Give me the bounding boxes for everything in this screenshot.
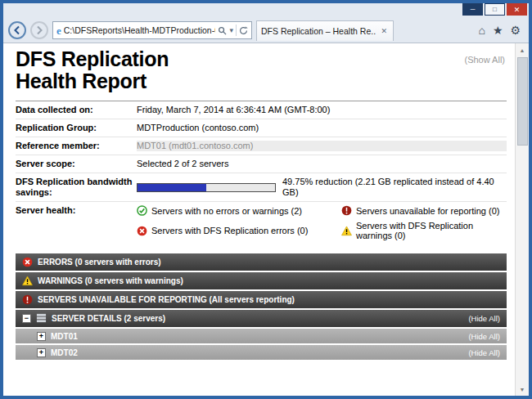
server-icon [36,313,47,324]
back-button[interactable] [8,21,26,39]
hide-all-link[interactable]: (Hide All) [468,348,500,357]
field-row-replication-group: Replication Group: MDTProduction (contos… [16,119,507,137]
warning-triangle-icon [341,226,352,236]
error-circle-icon [22,257,33,267]
check-circle-icon [137,205,147,216]
tools-icon[interactable]: ⚙ [510,25,521,36]
health-item-text: Servers with no errors or warnings (2) [151,206,302,216]
health-item-no-errors: Servers with no errors or warnings (2) [137,205,341,216]
warning-triangle-icon [22,276,33,286]
server-row-mdt01[interactable]: + MDT01 (Hide All) [16,329,507,343]
field-row-server-scope: Server scope: Selected 2 of 2 servers [16,155,507,173]
section-errors[interactable]: ERRORS (0 servers with errors) [16,253,507,271]
scroll-up-arrow[interactable]: ▲ [516,43,530,56]
address-bar[interactable]: e C:\DFSReports\Health-MDTProduction-07M… [52,21,252,39]
minimize-button[interactable]: ─ [462,3,483,16]
address-divider [236,25,237,36]
navigation-bar: e C:\DFSReports\Health-MDTProduction-07M… [3,18,529,43]
health-item-text: Servers with DFS Replication warnings (0… [356,221,507,240]
server-name: MDT02 [51,348,78,357]
report-sections: ERRORS (0 servers with errors) WARNINGS … [16,253,507,360]
report-page: DFS Replication Health Report (Show All)… [3,43,515,396]
maximize-button[interactable]: □ [485,3,505,16]
section-title: SERVER DETAILS (2 servers) [52,314,165,323]
expand-icon[interactable]: + [37,348,46,357]
health-item-errors: Servers with DFS Replication errors (0) [137,221,341,240]
bandwidth-value: 49.75% reduction (2.21 GB replicated ins… [137,177,507,198]
field-row-server-health: Server health: Servers with no errors or… [16,202,507,244]
unavailable-circle-icon [341,205,352,216]
page-title-line2: Health Report [16,70,507,92]
bandwidth-progress-fill [138,184,206,191]
back-arrow-icon [12,25,22,35]
collapse-icon[interactable]: − [22,314,31,323]
page-title: DFS Replication Health Report [16,48,507,92]
field-value: Selected 2 of 2 servers [137,159,507,169]
address-text: C:\DFSReports\Health-MDTProduction-07M [64,25,216,35]
ie-icon: e [56,25,61,36]
field-row-data-collected: Data collected on: Friday, March 7, 2014… [16,101,507,119]
section-title: WARNINGS (0 servers with warnings) [38,276,183,285]
show-all-link[interactable]: (Show All) [464,55,505,65]
unavailable-circle-icon [22,294,33,305]
home-icon[interactable]: ⌂ [478,25,485,36]
forward-arrow-icon [34,25,44,35]
health-item-warnings: Servers with DFS Replication warnings (0… [341,221,507,240]
bandwidth-progress-bar [137,183,276,192]
field-label: Server scope: [16,159,137,169]
address-dropdown-icon[interactable]: ▾ [229,26,233,34]
section-warnings[interactable]: WARNINGS (0 servers with warnings) [16,272,507,289]
field-label: Server health: [16,205,137,216]
hide-all-link[interactable]: (Hide All) [468,332,500,341]
bandwidth-text: 49.75% reduction (2.21 GB replicated ins… [282,177,507,198]
section-title: SERVERS UNAVAILABLE FOR REPORTING (All s… [38,295,295,304]
server-health-grid: Servers with no errors or warnings (2) S… [137,205,507,240]
error-circle-icon [137,226,147,236]
health-item-unavailable: Servers unavailable for reporting (0) [341,205,507,216]
section-server-details[interactable]: − SERVER DETAILS (2 servers) (Hide All) [16,310,507,327]
close-button[interactable]: ✕ [507,3,527,16]
vertical-scrollbar[interactable]: ▲ ▼ [515,43,529,396]
page-content: DFS Replication Health Report (Show All)… [3,43,529,396]
search-icon[interactable] [218,26,227,35]
field-row-reference-member: Reference member: MDT01 (mdt01.contoso.c… [16,137,507,155]
health-item-text: Servers with DFS Replication errors (0) [151,226,308,235]
titlebar: ─ □ ✕ [3,3,529,18]
health-item-text: Servers unavailable for reporting (0) [356,206,499,216]
scroll-down-arrow[interactable]: ▼ [516,383,530,396]
browser-tab[interactable]: DFS Replication – Health Re... ✕ [256,20,394,41]
forward-button[interactable] [30,21,48,39]
page-title-line1: DFS Replication [16,48,507,70]
section-unavailable[interactable]: SERVERS UNAVAILABLE FOR REPORTING (All s… [16,291,507,308]
report-header: DFS Replication Health Report (Show All) [16,48,507,92]
field-label: Data collected on: [16,105,137,115]
field-value: MDTProduction (contoso.com) [137,123,507,133]
field-row-bandwidth: DFS Replication bandwidth savings: 49.75… [16,173,507,202]
section-title: ERRORS (0 servers with errors) [38,258,161,267]
favorites-icon[interactable]: ★ [493,25,503,36]
tab-close-icon[interactable]: ✕ [379,26,389,36]
server-row-mdt02[interactable]: + MDT02 (Hide All) [16,345,507,360]
scrollbar-thumb[interactable] [517,57,528,146]
field-label: DFS Replication bandwidth savings: [16,177,137,198]
browser-toolbar-icons: ⌂ ★ ⚙ [478,25,524,36]
field-label: Replication Group: [16,123,137,133]
refresh-icon[interactable] [239,26,248,35]
server-name: MDT01 [51,332,78,341]
hide-all-link[interactable]: (Hide All) [468,314,500,323]
browser-window: ─ □ ✕ e C:\DFSReports\Health-MDTProducti… [0,0,532,399]
tab-title: DFS Replication – Health Re... [261,26,376,36]
field-label: Reference member: [16,141,137,151]
field-value: Friday, March 7, 2014 at 6:36:41 AM (GMT… [137,105,507,115]
expand-icon[interactable]: + [37,332,46,341]
field-value: MDT01 (mdt01.contoso.com) [137,141,507,151]
